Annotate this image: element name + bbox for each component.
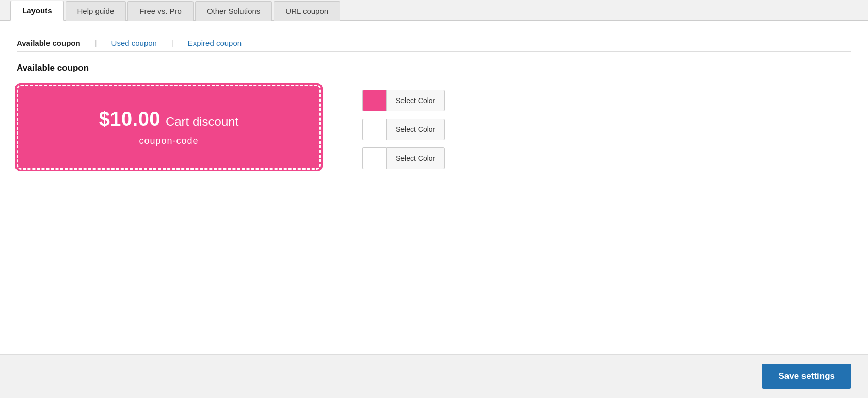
color-swatch-1[interactable] — [362, 90, 386, 111]
coupon-preview-card: $10.00 Cart discount coupon-code — [17, 85, 321, 170]
sub-tab-available-coupon[interactable]: Available coupon — [17, 36, 81, 52]
tab-layouts[interactable]: Layouts — [10, 1, 64, 21]
color-selectors: Select Color Select Color Select Color — [362, 90, 445, 169]
sub-tab-divider-2: | — [171, 39, 173, 47]
color-select-button-1[interactable]: Select Color — [386, 90, 445, 111]
color-select-button-3[interactable]: Select Color — [386, 147, 445, 169]
tab-url-coupon[interactable]: URL coupon — [274, 1, 340, 21]
sub-tab-divider-1: | — [95, 39, 97, 47]
color-selector-row-2: Select Color — [362, 119, 445, 140]
color-select-button-2[interactable]: Select Color — [386, 119, 445, 140]
color-selector-row-1: Select Color — [362, 90, 445, 111]
coupon-description: Cart discount — [166, 114, 238, 129]
coupon-amount-row: $10.00 Cart discount — [99, 108, 239, 130]
color-swatch-2[interactable] — [362, 119, 386, 140]
tabs-bar: Layouts Help guide Free vs. Pro Other So… — [0, 0, 868, 21]
sub-tab-expired-coupon[interactable]: Expired coupon — [188, 36, 242, 52]
tab-help-guide[interactable]: Help guide — [66, 1, 126, 21]
coupon-section: $10.00 Cart discount coupon-code Select … — [17, 85, 851, 170]
save-settings-button[interactable]: Save settings — [762, 364, 851, 389]
footer-bar: Save settings — [0, 354, 868, 398]
tab-free-vs-pro[interactable]: Free vs. Pro — [127, 1, 194, 21]
coupon-amount: $10.00 — [99, 108, 160, 130]
color-selector-row-3: Select Color — [362, 147, 445, 169]
coupon-code: coupon-code — [139, 136, 198, 146]
main-content: Available coupon | Used coupon | Expired… — [0, 20, 868, 354]
tab-other-solutions[interactable]: Other Solutions — [195, 1, 272, 21]
section-title: Available coupon — [17, 63, 851, 73]
page-wrapper: Layouts Help guide Free vs. Pro Other So… — [0, 0, 868, 398]
sub-tabs: Available coupon | Used coupon | Expired… — [17, 35, 851, 52]
sub-tab-used-coupon[interactable]: Used coupon — [111, 36, 157, 52]
color-swatch-3[interactable] — [362, 147, 386, 169]
